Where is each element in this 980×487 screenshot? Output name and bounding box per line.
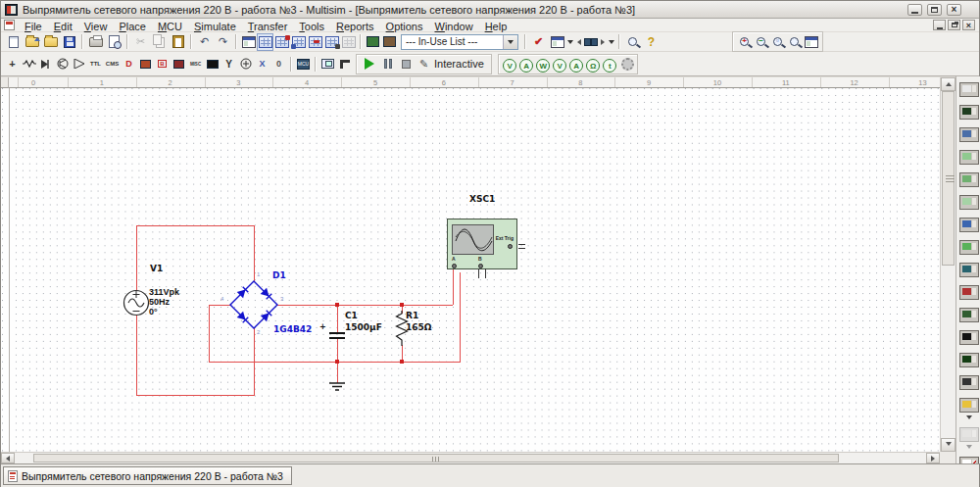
- capture-area-button[interactable]: [548, 33, 566, 51]
- place-mcu-button[interactable]: MCU: [295, 55, 312, 73]
- wire-segment[interactable]: [209, 305, 210, 362]
- save-layout-button[interactable]: [323, 33, 340, 51]
- word-generator-button[interactable]: [959, 240, 979, 255]
- multimeter-button[interactable]: [959, 82, 979, 97]
- menu-item-reports[interactable]: Reports: [330, 21, 380, 33]
- network-analyzer-button[interactable]: [959, 375, 979, 390]
- logic-analyzer-button[interactable]: [959, 285, 979, 300]
- scroll-right-button[interactable]: [926, 453, 940, 463]
- mdi-minimize-button[interactable]: [933, 20, 946, 30]
- ni-elvis-dropdown[interactable]: [962, 445, 976, 452]
- place-ni-component-button[interactable]: X: [254, 55, 270, 73]
- zoom-out-button[interactable]: −: [753, 33, 769, 51]
- probe-button-5[interactable]: A: [569, 59, 583, 73]
- open-sample-button[interactable]: [41, 33, 60, 51]
- pause-simulation-button[interactable]: [378, 55, 397, 73]
- vertical-scroll-thumb[interactable]: [942, 91, 955, 266]
- design-toolbox-button[interactable]: [240, 33, 257, 51]
- probe-button-3[interactable]: W: [536, 59, 550, 73]
- in-use-list-combobox[interactable]: --- In-Use List ---: [401, 34, 518, 50]
- place-cmos-button[interactable]: CMS: [104, 55, 121, 73]
- wire-segment[interactable]: [460, 272, 461, 362]
- scroll-up-button[interactable]: [941, 77, 956, 91]
- menu-item-help[interactable]: Help: [479, 21, 514, 33]
- schematic-canvas[interactable]: V1 311Vpk 50Hz 0° 1 2 3 4: [1, 88, 940, 452]
- new-file-button[interactable]: [4, 33, 23, 51]
- place-source-button[interactable]: +: [4, 55, 21, 73]
- find-button[interactable]: [623, 33, 642, 51]
- zoom-fit-button[interactable]: [786, 33, 803, 51]
- place-rf-button[interactable]: Y: [220, 55, 237, 73]
- wattmeter-button[interactable]: [959, 127, 979, 142]
- vertical-scrollbar[interactable]: [940, 77, 956, 452]
- wire-segment[interactable]: [254, 225, 255, 282]
- menu-item-window[interactable]: Window: [428, 21, 478, 33]
- menu-item-transfer[interactable]: Transfer: [242, 21, 294, 33]
- maximize-button[interactable]: [927, 4, 942, 16]
- probe-button-7[interactable]: t: [603, 59, 616, 73]
- menu-item-mcu[interactable]: MCU: [152, 21, 188, 33]
- menu-item-file[interactable]: File: [19, 21, 48, 33]
- current-probe-button[interactable]: [959, 457, 979, 463]
- wire-segment[interactable]: [337, 305, 338, 332]
- spreadsheet-view-button[interactable]: [257, 33, 273, 51]
- component-wizard-button[interactable]: [340, 33, 357, 51]
- undo-button[interactable]: ↶: [195, 33, 214, 51]
- annotate-dropdown[interactable]: [608, 37, 615, 47]
- scroll-left-button[interactable]: [1, 453, 15, 463]
- help-button[interactable]: ?: [642, 33, 661, 51]
- place-advanced-peripherals-button[interactable]: [204, 55, 220, 73]
- probe-settings-gear-icon[interactable]: [621, 58, 634, 71]
- place-analog-button[interactable]: [71, 55, 87, 73]
- open-file-button[interactable]: [23, 33, 41, 51]
- capture-dropdown[interactable]: [566, 37, 574, 47]
- ground-symbol[interactable]: [328, 382, 346, 393]
- element-list-button[interactable]: [290, 33, 307, 51]
- distortion-analyzer-button[interactable]: [959, 330, 979, 345]
- menu-item-place[interactable]: Place: [113, 21, 152, 33]
- full-screen-button[interactable]: [803, 33, 819, 51]
- menu-item-options[interactable]: Options: [380, 21, 429, 33]
- probe-button-1[interactable]: V: [503, 59, 516, 73]
- save-button[interactable]: [60, 33, 78, 51]
- hierarchical-block-button[interactable]: [319, 55, 336, 73]
- menu-item-view[interactable]: View: [78, 21, 114, 33]
- probe-button-6[interactable]: Ω: [586, 59, 600, 73]
- iv-analyzer-button[interactable]: [959, 308, 979, 322]
- forward-annotate-button[interactable]: [591, 33, 608, 51]
- labview-dropdown[interactable]: [962, 415, 976, 422]
- horizontal-scrollbar[interactable]: [1, 452, 940, 463]
- probe-button-2[interactable]: A: [519, 59, 533, 73]
- print-preview-button[interactable]: [105, 33, 123, 51]
- oscilloscope-button[interactable]: [959, 150, 979, 165]
- stop-simulation-button[interactable]: [397, 55, 416, 73]
- cut-button[interactable]: ✂: [131, 33, 150, 51]
- erc-check-button[interactable]: ✔: [529, 33, 548, 51]
- place-basic-button[interactable]: [21, 55, 37, 73]
- place-misc-button[interactable]: MISC: [187, 55, 204, 73]
- channel-b-terminal[interactable]: [478, 264, 483, 268]
- channel-a-terminal[interactable]: [452, 264, 457, 268]
- zoom-area-button[interactable]: ▫: [769, 33, 786, 51]
- wire-segment[interactable]: [337, 362, 338, 383]
- wire-segment[interactable]: [453, 269, 454, 305]
- zoom-in-button[interactable]: +: [736, 33, 753, 51]
- ni-elvis-button[interactable]: [959, 427, 979, 442]
- logic-converter-button[interactable]: [959, 263, 979, 277]
- labview-instrument-button[interactable]: [959, 398, 979, 413]
- grapher-button[interactable]: [307, 33, 323, 51]
- ext-trig-terminal[interactable]: [508, 244, 513, 249]
- probe-button-4[interactable]: V: [553, 59, 566, 73]
- mdi-restore-button[interactable]: [948, 20, 960, 30]
- menu-item-edit[interactable]: Edit: [48, 21, 78, 33]
- place-mixed-button[interactable]: [137, 55, 154, 73]
- place-ttl-button[interactable]: TTL: [87, 55, 104, 73]
- place-misc-digital-button[interactable]: D: [121, 55, 137, 73]
- place-diode-button[interactable]: [37, 55, 54, 73]
- menu-item-simulate[interactable]: Simulate: [188, 21, 242, 33]
- database-component-button[interactable]: [365, 33, 381, 51]
- wire-segment[interactable]: [136, 316, 137, 395]
- menu-item-tools[interactable]: Tools: [293, 21, 330, 33]
- wire-segment[interactable]: [276, 305, 453, 306]
- wire-segment[interactable]: [337, 339, 338, 362]
